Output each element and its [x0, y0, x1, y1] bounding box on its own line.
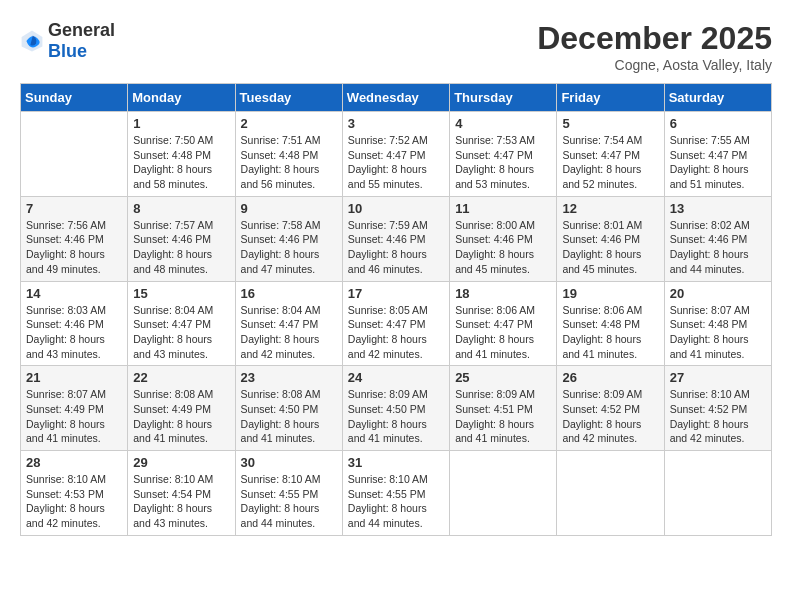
- day-info: Sunrise: 7:55 AMSunset: 4:47 PMDaylight:…: [670, 133, 766, 192]
- day-cell: 26 Sunrise: 8:09 AMSunset: 4:52 PMDaylig…: [557, 366, 664, 451]
- title-block: December 2025 Cogne, Aosta Valley, Italy: [537, 20, 772, 73]
- day-cell: 21 Sunrise: 8:07 AMSunset: 4:49 PMDaylig…: [21, 366, 128, 451]
- day-cell: 27 Sunrise: 8:10 AMSunset: 4:52 PMDaylig…: [664, 366, 771, 451]
- day-number: 1: [133, 116, 229, 131]
- col-header-sunday: Sunday: [21, 84, 128, 112]
- day-info: Sunrise: 8:04 AMSunset: 4:47 PMDaylight:…: [133, 303, 229, 362]
- day-info: Sunrise: 7:59 AMSunset: 4:46 PMDaylight:…: [348, 218, 444, 277]
- col-header-saturday: Saturday: [664, 84, 771, 112]
- day-cell: 14 Sunrise: 8:03 AMSunset: 4:46 PMDaylig…: [21, 281, 128, 366]
- day-cell: 28 Sunrise: 8:10 AMSunset: 4:53 PMDaylig…: [21, 451, 128, 536]
- day-info: Sunrise: 8:09 AMSunset: 4:51 PMDaylight:…: [455, 387, 551, 446]
- day-info: Sunrise: 8:00 AMSunset: 4:46 PMDaylight:…: [455, 218, 551, 277]
- day-cell: 7 Sunrise: 7:56 AMSunset: 4:46 PMDayligh…: [21, 196, 128, 281]
- day-number: 11: [455, 201, 551, 216]
- day-number: 8: [133, 201, 229, 216]
- day-info: Sunrise: 8:01 AMSunset: 4:46 PMDaylight:…: [562, 218, 658, 277]
- day-info: Sunrise: 8:10 AMSunset: 4:53 PMDaylight:…: [26, 472, 122, 531]
- day-number: 25: [455, 370, 551, 385]
- day-info: Sunrise: 8:07 AMSunset: 4:48 PMDaylight:…: [670, 303, 766, 362]
- day-info: Sunrise: 8:03 AMSunset: 4:46 PMDaylight:…: [26, 303, 122, 362]
- week-row-3: 14 Sunrise: 8:03 AMSunset: 4:46 PMDaylig…: [21, 281, 772, 366]
- logo-blue: Blue: [48, 41, 87, 61]
- col-header-monday: Monday: [128, 84, 235, 112]
- day-info: Sunrise: 8:06 AMSunset: 4:48 PMDaylight:…: [562, 303, 658, 362]
- day-cell: 29 Sunrise: 8:10 AMSunset: 4:54 PMDaylig…: [128, 451, 235, 536]
- day-number: 7: [26, 201, 122, 216]
- day-number: 30: [241, 455, 337, 470]
- day-cell: [450, 451, 557, 536]
- day-cell: [21, 112, 128, 197]
- day-number: 13: [670, 201, 766, 216]
- day-cell: 18 Sunrise: 8:06 AMSunset: 4:47 PMDaylig…: [450, 281, 557, 366]
- day-info: Sunrise: 7:56 AMSunset: 4:46 PMDaylight:…: [26, 218, 122, 277]
- day-info: Sunrise: 8:10 AMSunset: 4:54 PMDaylight:…: [133, 472, 229, 531]
- day-number: 20: [670, 286, 766, 301]
- day-cell: 23 Sunrise: 8:08 AMSunset: 4:50 PMDaylig…: [235, 366, 342, 451]
- day-number: 19: [562, 286, 658, 301]
- month-title: December 2025: [537, 20, 772, 57]
- day-cell: [557, 451, 664, 536]
- day-info: Sunrise: 7:53 AMSunset: 4:47 PMDaylight:…: [455, 133, 551, 192]
- day-number: 3: [348, 116, 444, 131]
- col-header-thursday: Thursday: [450, 84, 557, 112]
- day-info: Sunrise: 8:05 AMSunset: 4:47 PMDaylight:…: [348, 303, 444, 362]
- day-number: 10: [348, 201, 444, 216]
- day-cell: 15 Sunrise: 8:04 AMSunset: 4:47 PMDaylig…: [128, 281, 235, 366]
- day-info: Sunrise: 8:09 AMSunset: 4:50 PMDaylight:…: [348, 387, 444, 446]
- day-cell: 4 Sunrise: 7:53 AMSunset: 4:47 PMDayligh…: [450, 112, 557, 197]
- day-info: Sunrise: 8:08 AMSunset: 4:50 PMDaylight:…: [241, 387, 337, 446]
- day-number: 15: [133, 286, 229, 301]
- day-cell: 16 Sunrise: 8:04 AMSunset: 4:47 PMDaylig…: [235, 281, 342, 366]
- page-header: General Blue December 2025 Cogne, Aosta …: [20, 20, 772, 73]
- day-number: 9: [241, 201, 337, 216]
- day-cell: 30 Sunrise: 8:10 AMSunset: 4:55 PMDaylig…: [235, 451, 342, 536]
- day-cell: [664, 451, 771, 536]
- day-number: 2: [241, 116, 337, 131]
- day-cell: 10 Sunrise: 7:59 AMSunset: 4:46 PMDaylig…: [342, 196, 449, 281]
- week-row-5: 28 Sunrise: 8:10 AMSunset: 4:53 PMDaylig…: [21, 451, 772, 536]
- day-number: 4: [455, 116, 551, 131]
- day-number: 5: [562, 116, 658, 131]
- day-info: Sunrise: 7:54 AMSunset: 4:47 PMDaylight:…: [562, 133, 658, 192]
- day-cell: 12 Sunrise: 8:01 AMSunset: 4:46 PMDaylig…: [557, 196, 664, 281]
- day-number: 18: [455, 286, 551, 301]
- week-row-2: 7 Sunrise: 7:56 AMSunset: 4:46 PMDayligh…: [21, 196, 772, 281]
- day-info: Sunrise: 7:51 AMSunset: 4:48 PMDaylight:…: [241, 133, 337, 192]
- week-row-1: 1 Sunrise: 7:50 AMSunset: 4:48 PMDayligh…: [21, 112, 772, 197]
- day-cell: 31 Sunrise: 8:10 AMSunset: 4:55 PMDaylig…: [342, 451, 449, 536]
- day-info: Sunrise: 8:02 AMSunset: 4:46 PMDaylight:…: [670, 218, 766, 277]
- col-header-tuesday: Tuesday: [235, 84, 342, 112]
- day-number: 12: [562, 201, 658, 216]
- col-header-friday: Friday: [557, 84, 664, 112]
- day-number: 31: [348, 455, 444, 470]
- day-cell: 9 Sunrise: 7:58 AMSunset: 4:46 PMDayligh…: [235, 196, 342, 281]
- day-cell: 19 Sunrise: 8:06 AMSunset: 4:48 PMDaylig…: [557, 281, 664, 366]
- days-header-row: SundayMondayTuesdayWednesdayThursdayFrid…: [21, 84, 772, 112]
- logo-general: General: [48, 20, 115, 40]
- day-cell: 13 Sunrise: 8:02 AMSunset: 4:46 PMDaylig…: [664, 196, 771, 281]
- day-cell: 20 Sunrise: 8:07 AMSunset: 4:48 PMDaylig…: [664, 281, 771, 366]
- day-info: Sunrise: 8:10 AMSunset: 4:55 PMDaylight:…: [241, 472, 337, 531]
- day-info: Sunrise: 8:09 AMSunset: 4:52 PMDaylight:…: [562, 387, 658, 446]
- day-cell: 24 Sunrise: 8:09 AMSunset: 4:50 PMDaylig…: [342, 366, 449, 451]
- day-info: Sunrise: 8:06 AMSunset: 4:47 PMDaylight:…: [455, 303, 551, 362]
- day-info: Sunrise: 7:58 AMSunset: 4:46 PMDaylight:…: [241, 218, 337, 277]
- day-number: 29: [133, 455, 229, 470]
- day-number: 16: [241, 286, 337, 301]
- day-cell: 22 Sunrise: 8:08 AMSunset: 4:49 PMDaylig…: [128, 366, 235, 451]
- day-number: 24: [348, 370, 444, 385]
- day-info: Sunrise: 8:07 AMSunset: 4:49 PMDaylight:…: [26, 387, 122, 446]
- day-number: 21: [26, 370, 122, 385]
- day-info: Sunrise: 8:10 AMSunset: 4:52 PMDaylight:…: [670, 387, 766, 446]
- location-title: Cogne, Aosta Valley, Italy: [537, 57, 772, 73]
- day-info: Sunrise: 7:52 AMSunset: 4:47 PMDaylight:…: [348, 133, 444, 192]
- day-info: Sunrise: 8:10 AMSunset: 4:55 PMDaylight:…: [348, 472, 444, 531]
- day-number: 27: [670, 370, 766, 385]
- day-number: 14: [26, 286, 122, 301]
- day-cell: 11 Sunrise: 8:00 AMSunset: 4:46 PMDaylig…: [450, 196, 557, 281]
- day-cell: 5 Sunrise: 7:54 AMSunset: 4:47 PMDayligh…: [557, 112, 664, 197]
- calendar-table: SundayMondayTuesdayWednesdayThursdayFrid…: [20, 83, 772, 536]
- day-cell: 1 Sunrise: 7:50 AMSunset: 4:48 PMDayligh…: [128, 112, 235, 197]
- logo: General Blue: [20, 20, 115, 62]
